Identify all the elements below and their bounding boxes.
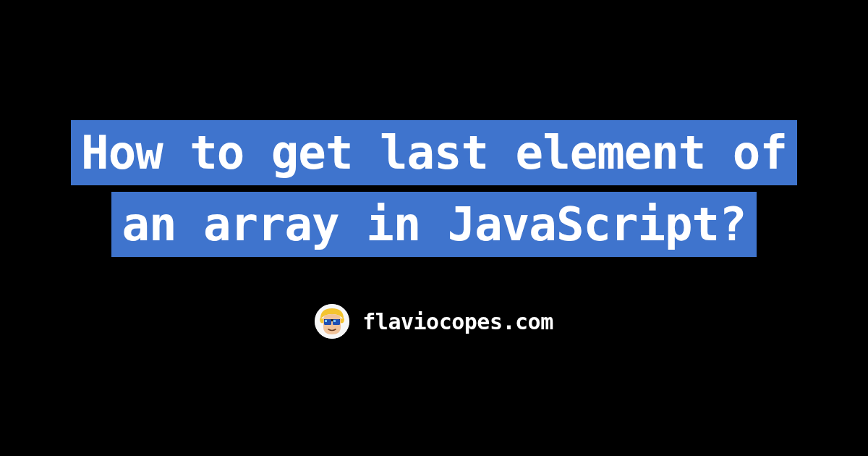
avatar-icon: [315, 304, 349, 339]
credit-row: flaviocopes.com: [315, 304, 553, 339]
svg-rect-4: [325, 320, 327, 322]
svg-rect-5: [333, 320, 336, 322]
title-text: How to get last element of an array in J…: [71, 120, 797, 257]
page-title: How to get last element of an array in J…: [54, 117, 814, 261]
site-name: flaviocopes.com: [362, 309, 553, 334]
avatar: [315, 304, 349, 339]
